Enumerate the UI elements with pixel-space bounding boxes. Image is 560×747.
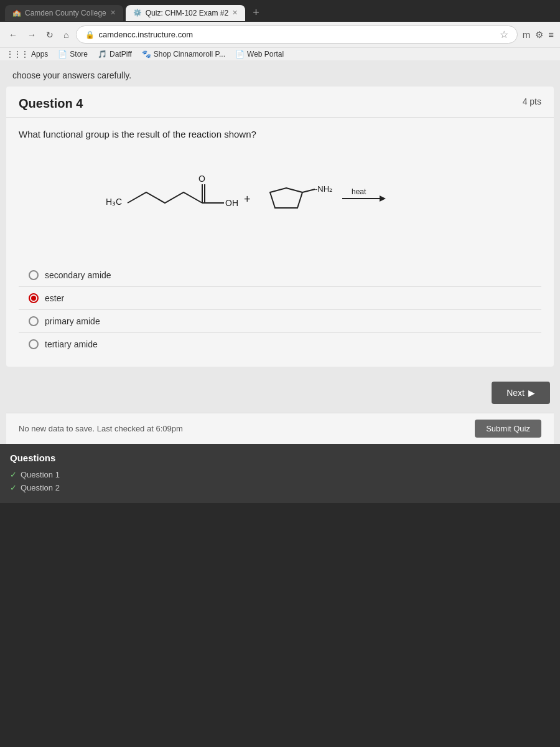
bookmark-webportal[interactable]: 📄 Web Portal bbox=[235, 50, 284, 59]
svg-marker-7 bbox=[270, 188, 302, 208]
svg-line-8 bbox=[302, 189, 315, 192]
datpiff-icon: 🎵 bbox=[98, 50, 107, 59]
sidebar-q1-label: Question 1 bbox=[21, 470, 60, 479]
svg-text:O: O bbox=[198, 174, 205, 184]
reaction-svg: H₃C O OH + bbox=[81, 158, 479, 239]
forward-button[interactable]: → bbox=[25, 29, 39, 41]
tab-quiz[interactable]: ⚙️ Quiz: CHM-102 Exam #2 ✕ bbox=[126, 5, 245, 21]
store-label: Store bbox=[70, 50, 88, 59]
apps-icon: ⋮⋮⋮ bbox=[6, 50, 29, 59]
sidebar-question-2[interactable]: ✓ Question 2 bbox=[10, 481, 550, 494]
svg-text:OH: OH bbox=[225, 198, 238, 208]
answer-primary-amide-label: primary amide bbox=[45, 316, 100, 326]
questions-sidebar-title: Questions bbox=[10, 453, 550, 463]
submit-quiz-button[interactable]: Submit Quiz bbox=[475, 420, 541, 438]
quiz-favicon: ⚙️ bbox=[133, 9, 142, 17]
sidebar-q2-label: Question 2 bbox=[21, 483, 60, 492]
questions-sidebar: Questions ✓ Question 1 ✓ Question 2 bbox=[0, 444, 560, 503]
instruction-text: choose your answers carefully. bbox=[12, 70, 131, 80]
browser-chrome: 🏫 Camden County College ✕ ⚙️ Quiz: CHM-1… bbox=[0, 0, 560, 60]
radio-ester[interactable] bbox=[29, 293, 39, 303]
footer-bar: No new data to save. Last checked at 6:0… bbox=[6, 413, 554, 444]
tab-camden[interactable]: 🏫 Camden County College ✕ bbox=[5, 5, 123, 21]
answer-ester-label: ester bbox=[45, 293, 64, 303]
next-button-label: Next bbox=[506, 388, 525, 398]
menu-icon[interactable]: ≡ bbox=[548, 29, 554, 40]
refresh-button[interactable]: ↻ bbox=[44, 29, 56, 41]
bookmark-store[interactable]: 📄 Store bbox=[58, 50, 88, 59]
extension-icon[interactable]: ⚙ bbox=[535, 29, 543, 40]
bottom-nav: Next ▶ bbox=[0, 373, 560, 413]
svg-text:+: + bbox=[244, 193, 251, 205]
store-icon: 📄 bbox=[58, 50, 67, 59]
question-points: 4 pts bbox=[523, 96, 541, 106]
new-tab-button[interactable]: + bbox=[248, 4, 264, 22]
check-icon-2: ✓ bbox=[10, 483, 17, 492]
tab-bar: 🏫 Camden County College ✕ ⚙️ Quiz: CHM-1… bbox=[0, 0, 560, 22]
apps-label: Apps bbox=[31, 50, 48, 59]
address-bar-row: ← → ↻ ⌂ 🔒 camdencc.instructure.com ☆ m ⚙… bbox=[0, 22, 560, 47]
quiz-tab-label: Quiz: CHM-102 Exam #2 bbox=[146, 9, 228, 17]
answer-choices: secondary amide ester primary amide tert… bbox=[19, 264, 541, 355]
back-button[interactable]: ← bbox=[6, 29, 20, 41]
sidebar-question-1[interactable]: ✓ Question 1 bbox=[10, 468, 550, 481]
reaction-diagram: H₃C O OH + bbox=[19, 152, 541, 245]
quiz-tab-close[interactable]: ✕ bbox=[232, 9, 238, 17]
webportal-label: Web Portal bbox=[247, 50, 284, 59]
home-button[interactable]: ⌂ bbox=[61, 29, 71, 41]
camden-tab-label: Camden County College bbox=[25, 9, 106, 17]
question-body: What functional group is the result of t… bbox=[6, 118, 554, 367]
svg-text:heat: heat bbox=[352, 187, 366, 196]
page-content: choose your answers carefully. Question … bbox=[0, 60, 560, 444]
footer-status: No new data to save. Last checked at 6:0… bbox=[19, 424, 183, 433]
camden-tab-close[interactable]: ✕ bbox=[110, 9, 116, 17]
browser-icons: m ⚙ ≡ bbox=[523, 29, 554, 40]
question-title: Question 4 bbox=[19, 96, 83, 111]
cinnamoroll-label: Shop Cinnamoroll P... bbox=[154, 50, 225, 59]
question-header: Question 4 4 pts bbox=[6, 87, 554, 118]
svg-text:-NH₂: -NH₂ bbox=[315, 184, 332, 194]
answer-secondary-amide[interactable]: secondary amide bbox=[19, 264, 541, 286]
answer-tertiary-amide-label: tertiary amide bbox=[45, 339, 98, 349]
datpiff-label: DatPiff bbox=[110, 50, 132, 59]
radio-secondary-amide[interactable] bbox=[29, 270, 39, 280]
bookmark-apps[interactable]: ⋮⋮⋮ Apps bbox=[6, 50, 48, 59]
bookmark-datpiff[interactable]: 🎵 DatPiff bbox=[98, 50, 132, 59]
answer-ester[interactable]: ester bbox=[19, 286, 541, 309]
next-button[interactable]: Next ▶ bbox=[492, 382, 550, 404]
bookmark-star-icon[interactable]: ☆ bbox=[500, 29, 508, 40]
radio-tertiary-amide[interactable] bbox=[29, 339, 39, 349]
check-icon-1: ✓ bbox=[10, 470, 17, 479]
radio-ester-fill bbox=[31, 296, 36, 301]
profile-icon[interactable]: m bbox=[523, 29, 531, 40]
svg-marker-11 bbox=[380, 195, 386, 202]
svg-text:H₃C: H₃C bbox=[106, 197, 122, 207]
webportal-icon: 📄 bbox=[235, 50, 245, 59]
lock-icon: 🔒 bbox=[85, 31, 95, 39]
radio-primary-amide[interactable] bbox=[29, 316, 39, 326]
answer-secondary-amide-label: secondary amide bbox=[45, 270, 111, 280]
cinnamoroll-icon: 🐾 bbox=[142, 50, 151, 59]
instruction-bar: choose your answers carefully. bbox=[0, 67, 560, 87]
answer-primary-amide[interactable]: primary amide bbox=[19, 309, 541, 332]
answer-tertiary-amide[interactable]: tertiary amide bbox=[19, 332, 541, 355]
bookmark-cinnamoroll[interactable]: 🐾 Shop Cinnamoroll P... bbox=[142, 50, 225, 59]
address-text: camdencc.instructure.com bbox=[98, 30, 193, 39]
question-text: What functional group is the result of t… bbox=[19, 129, 541, 139]
address-box[interactable]: 🔒 camdencc.instructure.com ☆ bbox=[76, 26, 517, 44]
next-arrow-icon: ▶ bbox=[528, 388, 535, 398]
bottom-bg bbox=[0, 503, 560, 540]
bookmarks-bar: ⋮⋮⋮ Apps 📄 Store 🎵 DatPiff 🐾 Shop Cinnam… bbox=[0, 47, 560, 60]
camden-favicon: 🏫 bbox=[12, 9, 21, 17]
quiz-container: Question 4 4 pts What functional group i… bbox=[6, 87, 554, 367]
